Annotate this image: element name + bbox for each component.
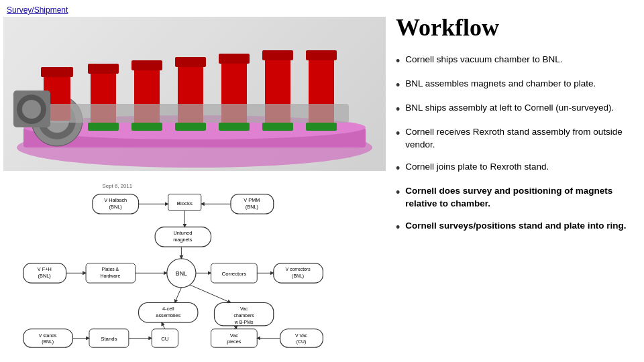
svg-rect-21: [262, 50, 293, 60]
bullet-item-5: • Cornell joins plate to Rexroth stand.: [396, 161, 631, 176]
svg-text:magnets: magnets: [173, 237, 193, 243]
bullet-item-2: • BNL assembles magnets and chamber to p…: [396, 78, 631, 93]
svg-text:Stands: Stands: [101, 336, 117, 342]
svg-text:w B-PMs: w B-PMs: [234, 320, 254, 324]
svg-rect-16: [175, 123, 206, 131]
right-panel: Workflow • Cornell ships vacuum chamber …: [389, 0, 644, 362]
bullet-text-2: BNL assembles magnets and chamber to pla…: [405, 78, 596, 90]
svg-rect-19: [219, 123, 250, 131]
svg-rect-24: [306, 50, 337, 60]
svg-text:assemblies: assemblies: [156, 312, 180, 318]
svg-rect-26: [40, 104, 349, 123]
bullet-text-4: Cornell receives Rexroth stand assembly …: [405, 126, 631, 152]
svg-text:(BNL): (BNL): [38, 273, 51, 279]
svg-text:Vac: Vac: [230, 333, 238, 339]
svg-rect-10: [88, 123, 119, 131]
svg-text:Vac: Vac: [240, 306, 248, 311]
bullet-text-6: Cornell does survey and positioning of m…: [405, 185, 631, 210]
bullet-bold-6: Cornell does survey and positioning of m…: [405, 186, 612, 208]
svg-text:V F+H: V F+H: [38, 266, 52, 272]
assembly-image: [3, 17, 386, 171]
bullet-list: • Cornell ships vacuum chamber to BNL. •…: [396, 54, 631, 235]
svg-rect-9: [88, 64, 119, 74]
bullet-dot-2: •: [396, 78, 400, 93]
bullet-dot-4: •: [396, 127, 400, 141]
svg-line-88: [234, 326, 237, 329]
svg-text:BNL: BNL: [176, 270, 187, 277]
bullet-text-3: BNL ships assembly at left to Cornell (u…: [405, 102, 614, 115]
bullet-item-3: • BNL ships assembly at left to Cornell …: [396, 102, 631, 117]
bullet-dot-3: •: [396, 103, 400, 117]
svg-rect-7: [41, 67, 73, 77]
svg-line-66: [175, 288, 182, 303]
svg-rect-82: [280, 329, 323, 347]
svg-text:(BNL): (BNL): [292, 274, 304, 279]
svg-rect-13: [131, 123, 162, 131]
svg-line-87: [162, 322, 165, 329]
bullet-dot-7: •: [396, 221, 400, 235]
svg-text:V correctors: V correctors: [286, 267, 311, 272]
bullet-item-1: • Cornell ships vacuum chamber to BNL.: [396, 54, 631, 68]
svg-rect-22: [262, 123, 293, 131]
svg-text:Sept 6, 2011: Sept 6, 2011: [103, 183, 133, 189]
svg-rect-12: [131, 60, 162, 70]
svg-text:Blocks: Blocks: [177, 200, 193, 206]
left-panel: Sept 6, 2011 V Halbach (BNL) Blocks V PM…: [0, 0, 389, 362]
svg-text:V Halbach: V Halbach: [104, 197, 127, 203]
svg-text:pieces: pieces: [227, 339, 241, 345]
svg-text:Plates &: Plates &: [102, 267, 119, 272]
bullet-item-4: • Cornell receives Rexroth stand assembl…: [396, 126, 631, 152]
bullet-item-6: • Cornell does survey and positioning of…: [396, 185, 631, 210]
svg-rect-25: [306, 123, 337, 131]
svg-rect-72: [23, 329, 73, 347]
svg-text:Correctors: Correctors: [222, 271, 247, 277]
svg-text:(BNL): (BNL): [246, 204, 258, 210]
svg-text:V Vac: V Vac: [295, 333, 307, 338]
svg-text:Hardware: Hardware: [100, 274, 120, 278]
bullet-dot-6: •: [396, 186, 400, 200]
workflow-diagram: Sept 6, 2011 V Halbach (BNL) Blocks V PM…: [3, 178, 386, 355]
bullet-dot-5: •: [396, 162, 400, 176]
bullet-item-7: • Cornell surveys/positions stand and pl…: [396, 220, 631, 235]
workflow-title: Workflow: [396, 13, 631, 42]
bullet-text-5: Cornell joins plate to Rexroth stand.: [405, 161, 549, 174]
svg-text:V PMM: V PMM: [244, 197, 260, 203]
bullet-bold-7: Cornell surveys/positions stand and plat…: [405, 221, 626, 231]
bullet-text-7: Cornell surveys/positions stand and plat…: [405, 220, 626, 233]
bullet-text-1: Cornell ships vacuum chamber to BNL.: [405, 54, 562, 66]
svg-text:(BNL): (BNL): [42, 339, 54, 345]
svg-text:(CU): (CU): [297, 339, 306, 345]
svg-rect-18: [219, 54, 250, 64]
svg-text:chambers: chambers: [234, 313, 255, 318]
svg-text:Untuned: Untuned: [173, 230, 192, 236]
svg-text:CU: CU: [161, 336, 169, 342]
svg-point-29: [22, 100, 41, 119]
svg-line-71: [190, 285, 231, 303]
bullet-dot-1: •: [396, 54, 400, 68]
svg-rect-15: [175, 57, 206, 67]
svg-text:(BNL): (BNL): [109, 204, 122, 210]
svg-text:4-cell: 4-cell: [162, 306, 174, 312]
svg-text:V stands: V stands: [39, 333, 57, 338]
